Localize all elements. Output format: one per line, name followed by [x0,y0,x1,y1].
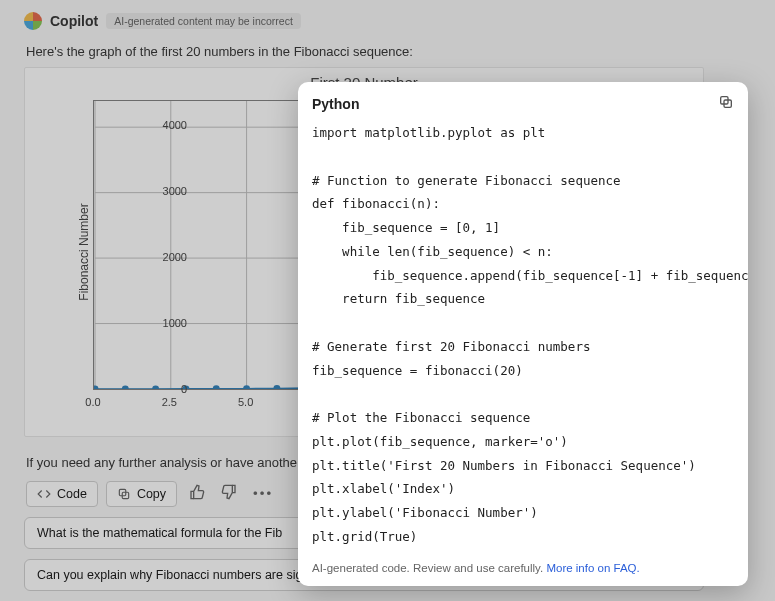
svg-point-10 [122,385,129,390]
code-block[interactable]: import matplotlib.pyplot as plt # Functi… [298,121,748,554]
ytick-label: 1000 [147,317,187,329]
code-footer-text: AI-generated code. Review and use carefu… [312,562,543,574]
code-button[interactable]: Code [26,481,98,507]
copilot-logo-icon [24,12,42,30]
disclaimer-badge: AI-generated content may be incorrect [106,13,301,29]
code-language-label: Python [312,96,359,112]
chart-ylabel: Fibonacci Number [77,203,91,300]
copy-response-button[interactable]: Copy [106,481,177,507]
ytick-label: 4000 [147,119,187,131]
copy-button-label: Copy [137,487,166,501]
svg-point-15 [273,385,280,390]
copy-code-button[interactable] [718,94,734,113]
thumbs-up-icon [189,484,205,500]
code-button-label: Code [57,487,87,501]
thumbs-down-icon [221,484,237,500]
svg-point-14 [243,385,250,390]
ytick-label: 0 [147,383,187,395]
response-intro-text: Here's the graph of the first 20 numbers… [26,44,751,59]
ellipsis-icon: ••• [253,486,273,501]
faq-link[interactable]: More info on FAQ. [546,562,639,574]
xtick-label: 2.5 [154,396,184,408]
code-popover: Python import matplotlib.pyplot as plt #… [298,82,748,586]
ytick-label: 2000 [147,251,187,263]
thumbs-up-button[interactable] [185,480,209,507]
copy-icon [117,487,131,501]
xtick-label: 0.0 [78,396,108,408]
svg-point-9 [93,386,98,390]
more-actions-button[interactable]: ••• [249,482,277,505]
svg-point-13 [213,385,220,390]
xtick-label: 5.0 [231,396,261,408]
ytick-label: 3000 [147,185,187,197]
thumbs-down-button[interactable] [217,480,241,507]
app-title: Copilot [50,13,98,29]
copy-icon [718,94,734,110]
code-icon [37,487,51,501]
code-footer: AI-generated code. Review and use carefu… [298,554,748,586]
